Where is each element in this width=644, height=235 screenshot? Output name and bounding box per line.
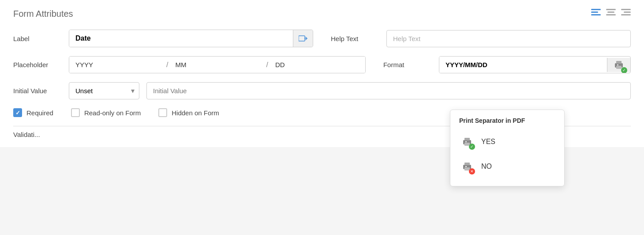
label-input[interactable]: [69, 30, 293, 47]
placeholder-mm[interactable]: [169, 57, 265, 73]
form-attributes-title: Form Attributes: [13, 9, 631, 19]
align-center-icon[interactable]: [606, 9, 616, 17]
svg-rect-16: [464, 138, 470, 140]
label-input-field: [69, 30, 313, 47]
initial-value-select[interactable]: Unset Custom Today: [69, 83, 127, 99]
svg-rect-8: [621, 14, 631, 15]
label-input-wrapper: [69, 30, 313, 47]
placeholder-dd[interactable]: [269, 57, 365, 73]
svg-rect-4: [607, 11, 614, 13]
svg-rect-1: [591, 11, 598, 13]
no-badge: ✕: [469, 168, 475, 174]
placeholder-row: Placeholder / /: [13, 56, 366, 73]
placeholder-label: Placeholder: [13, 61, 62, 68]
placeholder-sep1: /: [165, 61, 169, 69]
print-icon-wrapper: ✓: [612, 58, 626, 72]
placeholder-yyyy[interactable]: [69, 57, 165, 73]
format-input[interactable]: [439, 57, 607, 73]
format-field: ✓: [439, 56, 631, 73]
align-left-icon[interactable]: [591, 9, 601, 17]
format-wrapper: ✓: [439, 56, 631, 73]
format-label: Format: [383, 61, 432, 68]
no-option-label: NO: [481, 163, 492, 171]
yes-option-label: YES: [481, 138, 495, 146]
required-checkbox[interactable]: [13, 108, 22, 117]
placeholder-wrapper: / /: [69, 56, 366, 73]
read-only-checkbox-item[interactable]: Read-only on Form: [71, 108, 141, 117]
placeholder-sep2: /: [265, 61, 269, 69]
print-separator-button[interactable]: ✓: [607, 58, 630, 72]
label-row: Label: [13, 30, 313, 47]
help-text-field: [386, 30, 631, 47]
help-text-label: Help Text: [331, 35, 379, 42]
select-arrow-icon: ▾: [127, 87, 139, 95]
svg-rect-13: [616, 66, 622, 69]
no-option-icon: ✕: [459, 159, 475, 174]
toolbar-icons: [591, 9, 631, 17]
label-field-label: Label: [13, 35, 62, 42]
svg-rect-5: [606, 14, 616, 15]
format-row: Format ✓: [383, 56, 631, 73]
initial-value-row: Initial Value Unset Custom Today ▾: [13, 82, 631, 99]
print-separator-dropdown: Print Separator in PDF ✓ YES: [450, 110, 565, 186]
help-text-input[interactable]: [386, 30, 631, 47]
help-text-row: Help Text: [331, 30, 631, 47]
svg-rect-9: [299, 36, 305, 41]
read-only-label: Read-only on Form: [84, 109, 141, 117]
dropdown-title: Print Separator in PDF: [450, 117, 564, 129]
svg-rect-6: [621, 9, 631, 10]
svg-rect-7: [624, 11, 631, 13]
label-resize-button[interactable]: [293, 30, 313, 47]
svg-rect-12: [616, 61, 622, 64]
hidden-checkbox[interactable]: [158, 108, 167, 117]
svg-rect-14: [617, 64, 618, 65]
svg-rect-3: [606, 9, 616, 10]
svg-rect-18: [465, 141, 467, 142]
hidden-checkbox-item[interactable]: Hidden on Form: [158, 108, 219, 117]
initial-value-select-wrapper: Unset Custom Today ▾: [69, 82, 139, 99]
initial-value-label: Initial Value: [13, 87, 62, 95]
align-right-icon[interactable]: [621, 9, 631, 17]
svg-rect-0: [591, 9, 601, 10]
svg-rect-2: [591, 14, 601, 15]
hidden-label: Hidden on Form: [172, 109, 219, 117]
initial-value-input[interactable]: [146, 82, 631, 99]
yes-option-icon: ✓: [459, 134, 475, 150]
yes-option[interactable]: ✓ YES: [450, 129, 564, 154]
svg-rect-22: [465, 166, 467, 167]
print-check-badge: ✓: [621, 67, 627, 73]
svg-rect-20: [464, 163, 470, 165]
no-option[interactable]: ✕ NO: [450, 154, 564, 179]
required-checkbox-item[interactable]: Required: [13, 108, 53, 117]
placeholder-field: / /: [69, 56, 366, 73]
read-only-checkbox[interactable]: [71, 108, 80, 117]
required-label: Required: [26, 109, 53, 117]
yes-badge: ✓: [469, 144, 475, 150]
